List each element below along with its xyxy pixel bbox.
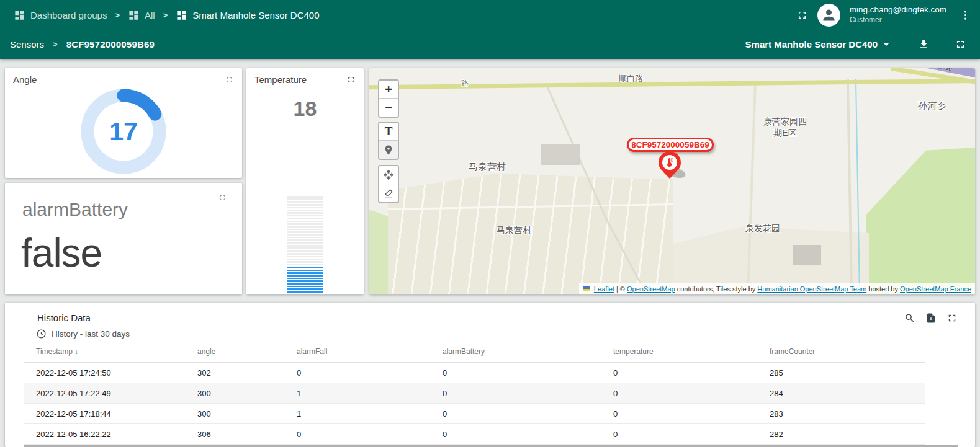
table-cell: 0 — [443, 368, 613, 378]
temperature-stripe — [287, 272, 323, 274]
attribution-link[interactable]: OpenStreetMap France — [900, 285, 971, 293]
temperature-stripe — [287, 283, 323, 285]
breadcrumb-current-dashboard[interactable]: Smart Manhole Sensor DC400 — [176, 9, 319, 21]
user-email: ming.chang@dingtek.com — [850, 4, 946, 15]
temperature-stripe — [287, 245, 323, 247]
temperature-stripe — [287, 278, 323, 280]
export-dashboard-button[interactable] — [918, 38, 930, 50]
zoom-out-button[interactable]: − — [379, 99, 398, 117]
map-place-label: 路 — [461, 78, 469, 89]
historic-timewindow[interactable]: History - last 30 days — [36, 329, 975, 339]
temperature-stripe — [287, 207, 323, 209]
table-cell: 0 — [613, 389, 770, 398]
map-place-label: 马泉营村 — [497, 225, 531, 236]
temperature-stripe — [287, 198, 323, 200]
map-marker-tooltip[interactable]: 8CF9572000059B69 — [627, 138, 714, 152]
move-tool-button[interactable] — [379, 166, 398, 184]
export-file-icon[interactable] — [925, 312, 937, 324]
table-cell: 0 — [613, 368, 770, 378]
column-header-alarmbattery[interactable]: alarmBattery — [443, 347, 613, 356]
entity-id: 8CF9572000059B69 — [66, 39, 155, 50]
breadcrumb-label: All — [145, 10, 155, 20]
attribution-link[interactable]: OpenStreetMap — [627, 285, 675, 293]
text-tool-button[interactable]: T — [379, 123, 398, 141]
map-attribution: Leaflet | © OpenStreetMap contributors, … — [579, 283, 975, 294]
column-header-framecounter[interactable]: frameCounter — [770, 347, 925, 356]
widget-fullscreen-icon[interactable] — [218, 193, 227, 202]
temperature-stripe — [287, 250, 323, 252]
fullscreen-button[interactable] — [796, 9, 808, 21]
more-menu-button[interactable] — [960, 9, 971, 21]
temperature-stripe — [287, 264, 323, 266]
breadcrumb-all[interactable]: All — [128, 9, 155, 21]
temperature-value: 18 — [246, 97, 364, 121]
table-row[interactable]: 2022-12-05 17:22:49300100284 — [24, 383, 925, 404]
thermometer-icon — [665, 157, 674, 167]
temperature-stripe — [287, 237, 323, 239]
table-cell: 306 — [197, 430, 297, 439]
table-cell: 302 — [197, 368, 297, 378]
attribution-link[interactable]: Leaflet — [594, 285, 614, 293]
table-cell: 285 — [770, 368, 925, 378]
temperature-stripe — [287, 226, 323, 228]
dashboard-fullscreen-button[interactable] — [955, 38, 966, 50]
breadcrumb-separator: > — [163, 11, 168, 20]
map-building — [793, 245, 821, 265]
fullscreen-icon[interactable] — [946, 312, 958, 324]
table-row[interactable]: 2022-12-05 17:24:50302000285 — [24, 363, 925, 383]
breadcrumb-separator: > — [115, 11, 120, 20]
column-header-timestamp[interactable]: Timestamp ↓ — [24, 347, 197, 356]
map-widget[interactable]: 黄康路 顺白路路孙河乡康营家园四 期E区马泉营村马泉营村泉发花园 8CF9572… — [369, 68, 975, 294]
table-cell: 2022-12-05 16:22:22 — [24, 430, 197, 439]
temperature-stripe — [287, 210, 323, 211]
temperature-stripe — [287, 215, 323, 217]
entity-separator: > — [53, 40, 58, 49]
map-place-label: 康营家园四 期E区 — [742, 117, 829, 139]
attribution-plain-text: | © — [614, 285, 627, 293]
breadcrumb-label: Smart Manhole Sensor DC400 — [192, 10, 319, 20]
temperature-stripe — [287, 196, 323, 198]
chevron-down-icon — [883, 43, 889, 46]
map-road-label: 黄康路 — [933, 68, 953, 73]
attribution-link[interactable]: Humanitarian OpenStreetMap Team — [757, 285, 866, 293]
temperature-stripe — [287, 204, 323, 206]
widget-fullscreen-icon[interactable] — [225, 75, 234, 84]
breadcrumb-dashboard-groups[interactable]: Dashboard groups — [14, 9, 107, 21]
column-header-angle[interactable]: angle — [197, 347, 297, 356]
table-row[interactable]: 2022-12-05 17:18:44300100283 — [24, 404, 925, 424]
table-row[interactable]: 2022-12-05 16:22:22306000282 — [24, 424, 925, 445]
temperature-stripe — [287, 218, 323, 219]
angle-arc — [124, 95, 155, 114]
breadcrumb: Dashboard groups > All > Smart Manhole S… — [14, 9, 320, 21]
temperature-stripes — [287, 196, 323, 294]
alarm-battery-widget: alarmBattery false — [5, 183, 242, 294]
place-marker-button[interactable] — [379, 141, 398, 159]
avatar[interactable] — [817, 4, 840, 27]
marker-inner — [662, 155, 677, 170]
table-cell: 2022-12-05 17:22:49 — [24, 389, 197, 398]
zoom-in-button[interactable]: + — [379, 81, 398, 99]
dashboard-app: Dashboard groups > All > Smart Manhole S… — [0, 0, 980, 447]
fullscreen-icon — [796, 9, 808, 21]
temperature-stripe — [287, 239, 323, 241]
historic-title: Historic Data — [37, 312, 975, 323]
map-building — [541, 144, 580, 165]
map-marker-pin[interactable] — [659, 151, 681, 182]
alarm-battery-title: alarmBattery — [22, 199, 128, 220]
temperature-stripe — [287, 201, 323, 203]
entity-section[interactable]: Sensors — [10, 39, 44, 50]
widget-title: Angle — [13, 74, 37, 85]
history-clock-icon — [36, 329, 47, 339]
widget-fullscreen-icon[interactable] — [346, 75, 356, 84]
column-header-alarmfall[interactable]: alarmFall — [297, 347, 443, 356]
map-zoom-control: + − — [378, 79, 399, 118]
map-main-road — [369, 79, 975, 89]
dashboard-state-select[interactable]: Smart Manhole Sensor DC400 — [742, 38, 893, 50]
table-body: 2022-12-05 17:24:503020002852022-12-05 1… — [24, 363, 925, 445]
column-header-temperature[interactable]: temperature — [613, 347, 770, 356]
eraser-tool-button[interactable] — [379, 184, 398, 202]
widget-title: Temperature — [254, 74, 307, 85]
table-cell: 300 — [197, 409, 297, 418]
entity-breadcrumb: Sensors > 8CF9572000059B69 — [10, 39, 155, 50]
search-icon[interactable] — [904, 312, 915, 324]
